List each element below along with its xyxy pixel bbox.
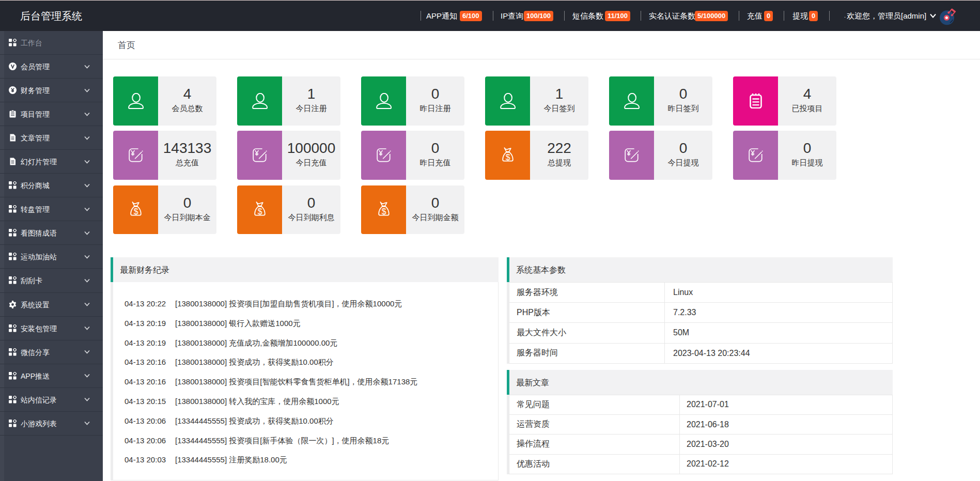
svg-text:$: $	[257, 207, 262, 215]
svg-text:$: $	[381, 207, 386, 215]
svg-text:$: $	[505, 152, 510, 161]
svg-text:$: $	[133, 207, 138, 215]
